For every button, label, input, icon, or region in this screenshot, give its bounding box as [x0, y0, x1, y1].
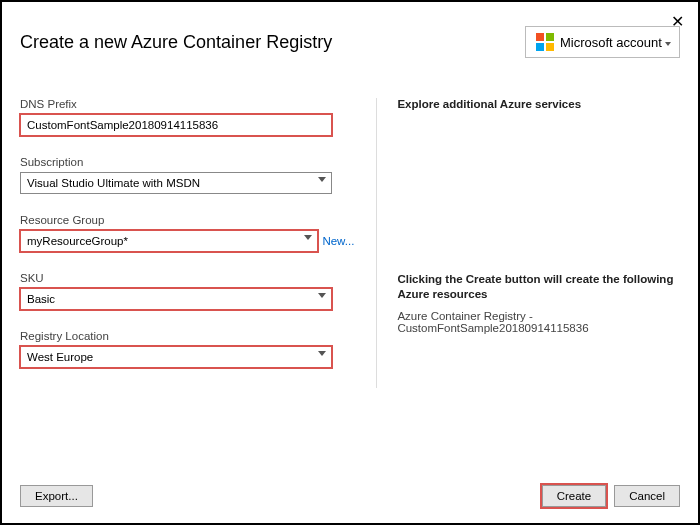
account-picker[interactable]: Microsoft account — [525, 26, 680, 58]
field-subscription: Subscription — [20, 156, 354, 194]
field-dns-prefix: DNS Prefix — [20, 98, 354, 136]
label-registry-location: Registry Location — [20, 330, 354, 342]
create-summary-heading: Clicking the Create button will create t… — [397, 272, 680, 302]
chevron-down-icon — [318, 293, 326, 298]
label-subscription: Subscription — [20, 156, 354, 168]
dialog-create-azure-container-registry: ✕ Create a new Azure Container Registry … — [0, 0, 700, 525]
new-resource-group-link[interactable]: New... — [322, 235, 354, 247]
chevron-down-icon — [318, 351, 326, 356]
chevron-down-icon — [318, 177, 326, 182]
field-resource-group: Resource Group New... — [20, 214, 354, 252]
dialog-body: DNS Prefix Subscription Resource Group — [20, 98, 680, 388]
export-button[interactable]: Export... — [20, 485, 93, 507]
label-sku: SKU — [20, 272, 354, 284]
label-dns-prefix: DNS Prefix — [20, 98, 354, 110]
label-resource-group: Resource Group — [20, 214, 354, 226]
chevron-down-icon — [304, 235, 312, 240]
explore-services-heading: Explore additional Azure services — [397, 98, 680, 110]
dialog-footer: Export... Create Cancel — [20, 485, 680, 507]
field-registry-location: Registry Location — [20, 330, 354, 368]
form-column: DNS Prefix Subscription Resource Group — [20, 98, 376, 388]
create-button[interactable]: Create — [542, 485, 607, 507]
create-summary-item: Azure Container Registry - CustomFontSam… — [397, 310, 680, 334]
info-column: Explore additional Azure services Clicki… — [376, 98, 680, 388]
account-label: Microsoft account — [560, 35, 662, 50]
subscription-select[interactable] — [20, 172, 332, 194]
page-title: Create a new Azure Container Registry — [20, 32, 332, 53]
sku-select[interactable] — [20, 288, 332, 310]
dns-prefix-input[interactable] — [20, 114, 332, 136]
registry-location-select[interactable] — [20, 346, 332, 368]
cancel-button[interactable]: Cancel — [614, 485, 680, 507]
field-sku: SKU — [20, 272, 354, 310]
resource-group-select[interactable] — [20, 230, 318, 252]
dialog-header: Create a new Azure Container Registry Mi… — [20, 26, 680, 58]
microsoft-logo-icon — [536, 33, 554, 51]
